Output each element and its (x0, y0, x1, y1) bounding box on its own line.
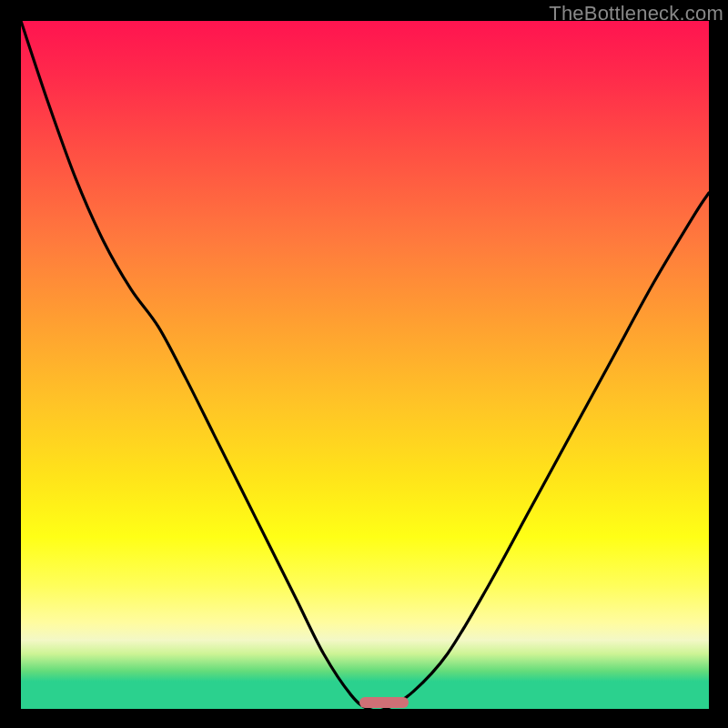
optimal-range-marker (359, 697, 409, 708)
bottleneck-curve (21, 21, 709, 709)
chart-plot-area (21, 21, 709, 709)
outer-frame: TheBottleneck.com (0, 0, 728, 728)
